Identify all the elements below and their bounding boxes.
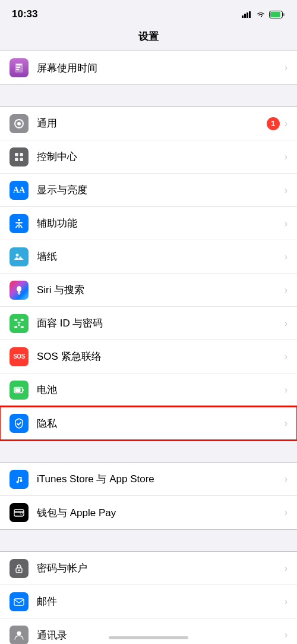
sos-icon: SOS bbox=[10, 347, 29, 366]
svg-rect-14 bbox=[14, 123, 16, 124]
mail-icon bbox=[10, 592, 29, 611]
display-icon: AA bbox=[10, 181, 29, 200]
section-screen-time: 屏幕使用时间 › bbox=[0, 51, 297, 85]
control-center-icon bbox=[10, 147, 29, 167]
list-item-privacy[interactable]: 隐私 › bbox=[0, 407, 297, 440]
passwords-label: 密码与帐户 bbox=[37, 561, 285, 575]
list-item-general[interactable]: 通用 1 › bbox=[0, 107, 297, 140]
display-label: 显示与亮度 bbox=[37, 183, 285, 197]
siri-chevron: › bbox=[285, 285, 287, 296]
general-chevron: › bbox=[285, 118, 287, 129]
passwords-chevron: › bbox=[285, 563, 287, 574]
svg-rect-6 bbox=[270, 12, 280, 17]
section-stores: iTunes Store 与 App Store › 钱包与 Apple Pay… bbox=[0, 462, 297, 530]
battery-icon bbox=[269, 11, 285, 18]
list-item-sos[interactable]: SOS SOS 紧急联络 › bbox=[0, 340, 297, 373]
control-center-label: 控制中心 bbox=[37, 150, 285, 164]
list-item-control-center[interactable]: 控制中心 › bbox=[0, 140, 297, 174]
list-item-passwords[interactable]: 密码与帐户 › bbox=[0, 552, 297, 585]
list-item-wallet[interactable]: 钱包与 Apple Pay › bbox=[0, 496, 297, 529]
status-time: 10:33 bbox=[12, 8, 37, 20]
svg-point-38 bbox=[17, 480, 19, 483]
svg-rect-46 bbox=[14, 599, 24, 605]
wallpaper-icon bbox=[10, 247, 29, 266]
battery-chevron: › bbox=[285, 385, 287, 395]
svg-rect-26 bbox=[18, 293, 21, 294]
accessibility-label: 辅助功能 bbox=[37, 216, 285, 230]
faceid-label: 面容 ID 与密码 bbox=[37, 316, 285, 330]
svg-rect-1 bbox=[244, 14, 246, 18]
list-item-siri[interactable]: Siri 与搜索 › bbox=[0, 274, 297, 307]
svg-point-24 bbox=[18, 219, 20, 221]
general-icon bbox=[10, 114, 29, 133]
signal-icon bbox=[242, 11, 252, 18]
screen-time-label: 屏幕使用时间 bbox=[37, 61, 285, 75]
svg-rect-3 bbox=[249, 11, 251, 18]
wallpaper-label: 墙纸 bbox=[37, 250, 285, 263]
contacts-icon bbox=[10, 626, 29, 644]
svg-rect-27 bbox=[18, 293, 20, 294]
wallet-icon bbox=[10, 503, 29, 522]
list-item-display[interactable]: AA 显示与亮度 › bbox=[0, 174, 297, 207]
accessibility-icon bbox=[10, 214, 29, 233]
gap-1 bbox=[0, 85, 297, 106]
screen-time-chevron: › bbox=[285, 62, 287, 73]
faceid-icon bbox=[10, 314, 29, 333]
battery-icon-item bbox=[10, 381, 29, 400]
list-item-mail[interactable]: 邮件 › bbox=[0, 585, 297, 618]
passwords-icon bbox=[10, 559, 29, 578]
list-item-faceid[interactable]: 面容 ID 与密码 › bbox=[0, 307, 297, 340]
svg-rect-22 bbox=[15, 158, 18, 161]
list-item-contacts[interactable]: 通讯录 › bbox=[0, 618, 297, 644]
wallpaper-chevron: › bbox=[285, 252, 287, 262]
svg-rect-40 bbox=[21, 477, 22, 481]
privacy-chevron: › bbox=[285, 418, 287, 429]
list-item-screen-time[interactable]: 屏幕使用时间 › bbox=[0, 51, 297, 84]
gap-2 bbox=[0, 441, 297, 462]
gap-3 bbox=[0, 530, 297, 551]
section-accounts: 密码与帐户 › 邮件 › 通讯录 › bbox=[0, 551, 297, 644]
svg-rect-2 bbox=[247, 12, 248, 18]
svg-rect-8 bbox=[16, 64, 22, 65]
list-item-wallpaper[interactable]: 墙纸 › bbox=[0, 240, 297, 274]
svg-rect-23 bbox=[20, 158, 24, 161]
svg-rect-0 bbox=[242, 15, 244, 18]
privacy-icon bbox=[10, 414, 29, 433]
svg-rect-12 bbox=[18, 119, 20, 121]
siri-icon bbox=[10, 281, 29, 300]
itunes-label: iTunes Store 与 App Store bbox=[37, 472, 285, 486]
faceid-chevron: › bbox=[285, 318, 287, 329]
itunes-icon bbox=[10, 470, 29, 489]
svg-rect-43 bbox=[20, 513, 23, 514]
svg-rect-31 bbox=[21, 326, 24, 328]
list-item-accessibility[interactable]: 辅助功能 › bbox=[0, 207, 297, 240]
svg-rect-35 bbox=[15, 388, 21, 392]
accessibility-chevron: › bbox=[285, 218, 287, 229]
svg-rect-13 bbox=[18, 127, 20, 128]
svg-rect-30 bbox=[15, 326, 17, 328]
wifi-icon bbox=[256, 11, 266, 18]
status-icons bbox=[242, 11, 285, 18]
sos-label: SOS 紧急联络 bbox=[37, 350, 285, 363]
svg-rect-34 bbox=[23, 389, 24, 391]
svg-point-11 bbox=[18, 122, 21, 125]
privacy-label: 隐私 bbox=[37, 417, 285, 431]
svg-point-47 bbox=[17, 632, 21, 636]
svg-rect-15 bbox=[23, 123, 24, 124]
svg-rect-20 bbox=[15, 153, 18, 156]
list-item-battery[interactable]: 电池 › bbox=[0, 373, 297, 407]
wallet-chevron: › bbox=[285, 507, 287, 518]
home-indicator bbox=[109, 636, 188, 639]
general-badge: 1 bbox=[267, 117, 280, 130]
svg-rect-9 bbox=[16, 67, 20, 68]
sos-chevron: › bbox=[285, 351, 287, 362]
wallet-label: 钱包与 Apple Pay bbox=[37, 506, 285, 520]
page-title: 设置 bbox=[138, 31, 159, 42]
svg-rect-10 bbox=[16, 69, 19, 70]
list-item-itunes[interactable]: iTunes Store 与 App Store › bbox=[0, 463, 297, 496]
battery-label: 电池 bbox=[37, 383, 285, 397]
svg-point-45 bbox=[18, 569, 20, 571]
itunes-chevron: › bbox=[285, 474, 287, 485]
svg-rect-21 bbox=[20, 153, 24, 156]
status-bar: 10:33 bbox=[0, 0, 297, 26]
